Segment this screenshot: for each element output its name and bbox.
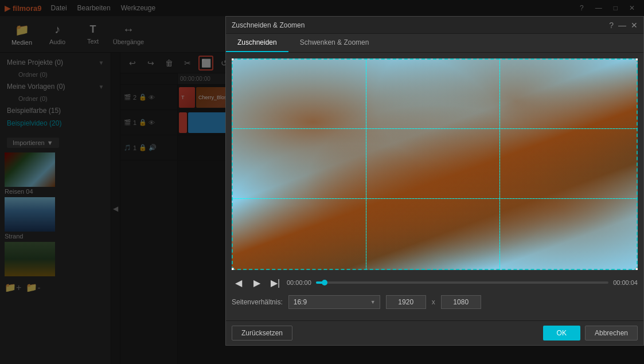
aspect-label: Seitenverhältnis: — [232, 298, 283, 306]
dialog-title: Zuschneiden & Zoomen — [232, 21, 604, 29]
progress-handle[interactable] — [322, 280, 327, 285]
dialog-tabs: Zuschneiden Schwenken & Zoomen — [226, 34, 643, 53]
tab-zuschneiden[interactable]: Zuschneiden — [226, 34, 288, 52]
crop-overlay — [232, 58, 638, 270]
dialog-help-button[interactable]: ? — [609, 21, 614, 30]
dialog-footer-right: OK Abbrechen — [543, 326, 638, 340]
tab-schwenken-zoomen[interactable]: Schwenken & Zoomen — [288, 34, 381, 52]
step-forward-button[interactable]: ▶| — [268, 276, 282, 289]
dialog-title-bar: Zuschneiden & Zoomen ? — ✕ — [226, 17, 643, 34]
cancel-button[interactable]: Abbrechen — [585, 326, 638, 340]
crop-corner-tl[interactable] — [232, 58, 234, 61]
dialog-minimize-button[interactable]: — — [618, 21, 626, 30]
aspect-ratio-select[interactable]: 16:9 4:3 1:1 9:16 Benutzerdefiniert — [288, 295, 380, 309]
crop-corner-tr[interactable] — [635, 58, 638, 61]
crop-corner-br[interactable] — [635, 268, 638, 270]
video-preview — [232, 58, 638, 270]
dialog-overlay: Zuschneiden & Zoomen ? — ✕ Zuschneiden S… — [0, 0, 644, 364]
height-input[interactable] — [441, 295, 481, 309]
dialog-close-button[interactable]: ✕ — [631, 21, 638, 30]
dialog-content: ◀ ▶ ▶| 00:00:00 00:00:04 Seitenverhältni… — [226, 53, 643, 320]
progress-bar[interactable] — [316, 281, 608, 284]
width-input[interactable] — [386, 295, 426, 309]
aspect-select-wrapper: 16:9 4:3 1:1 9:16 Benutzerdefiniert — [288, 295, 380, 309]
step-back-button[interactable]: ◀ — [232, 276, 245, 289]
dialog-title-controls: ? — ✕ — [609, 21, 638, 30]
reset-button[interactable]: Zurücksetzen — [232, 326, 292, 340]
playback-controls: ◀ ▶ ▶| 00:00:00 00:00:04 — [232, 276, 638, 289]
aspect-ratio-row: Seitenverhältnis: 16:9 4:3 1:1 9:16 Benu… — [232, 295, 638, 309]
dialog-footer: Zurücksetzen OK Abbrechen — [226, 320, 643, 345]
current-time-display: 00:00:00 — [287, 279, 311, 286]
ok-button[interactable]: OK — [543, 326, 580, 340]
crop-zoom-dialog: Zuschneiden & Zoomen ? — ✕ Zuschneiden S… — [225, 16, 644, 346]
crop-corner-bl[interactable] — [232, 268, 234, 270]
end-time-display: 00:00:04 — [613, 279, 638, 286]
dimension-separator: x — [432, 298, 435, 306]
play-button[interactable]: ▶ — [250, 276, 264, 289]
crop-border[interactable] — [232, 58, 638, 270]
